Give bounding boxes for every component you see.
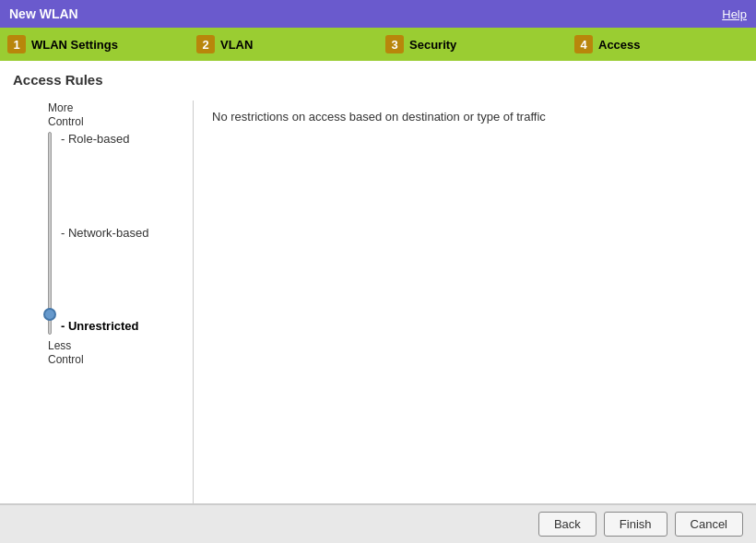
slider-panel: More Control - Role-based - Network-base… [13, 100, 183, 504]
slider-thumb[interactable] [43, 308, 56, 321]
help-link[interactable]: Help [722, 7, 747, 21]
slider-track[interactable] [48, 132, 52, 335]
more-label: More [48, 101, 73, 114]
option-role-based[interactable]: - Role-based [61, 132, 148, 148]
less-label: Less [48, 339, 71, 352]
access-rules-container: More Control - Role-based - Network-base… [13, 100, 743, 504]
step-4-label: Access [598, 38, 641, 52]
control-label-top: Control [48, 115, 84, 128]
vertical-divider [193, 100, 194, 504]
options-list: - Role-based - Network-based - Unrestric… [61, 132, 148, 335]
option-unrestricted[interactable]: - Unrestricted [61, 319, 148, 335]
step-2-number: 2 [196, 35, 215, 53]
step-2-label: VLAN [220, 38, 253, 52]
option-network-based[interactable]: - Network-based [61, 226, 148, 242]
header: New WLAN Help [0, 0, 756, 28]
finish-button[interactable]: Finish [604, 512, 667, 537]
step-3-label: Security [409, 38, 456, 52]
step-1-number: 1 [7, 35, 26, 53]
back-button[interactable]: Back [538, 512, 597, 537]
slider-track-container: - Role-based - Network-based - Unrestric… [22, 132, 52, 335]
footer: Back Finish Cancel [0, 504, 756, 543]
access-rules-title: Access Rules [13, 72, 743, 88]
steps-bar: 1 WLAN Settings 2 VLAN 3 Security 4 Acce… [0, 28, 756, 61]
step-2[interactable]: 2 VLAN [189, 28, 378, 61]
step-3-number: 3 [385, 35, 404, 53]
step-1-label: WLAN Settings [31, 38, 118, 52]
cancel-button[interactable]: Cancel [675, 512, 743, 537]
page-title: New WLAN [9, 6, 78, 21]
step-3[interactable]: 3 Security [378, 28, 567, 61]
step-4[interactable]: 4 Access [567, 28, 756, 61]
step-1[interactable]: 1 WLAN Settings [0, 28, 189, 61]
step-4-number: 4 [574, 35, 593, 53]
description-text: No restrictions on access based on desti… [212, 110, 546, 124]
main-content: Access Rules More Control - Role-based -… [0, 61, 756, 504]
control-label-bottom: Control [48, 353, 84, 366]
description-panel: No restrictions on access based on desti… [203, 100, 743, 504]
